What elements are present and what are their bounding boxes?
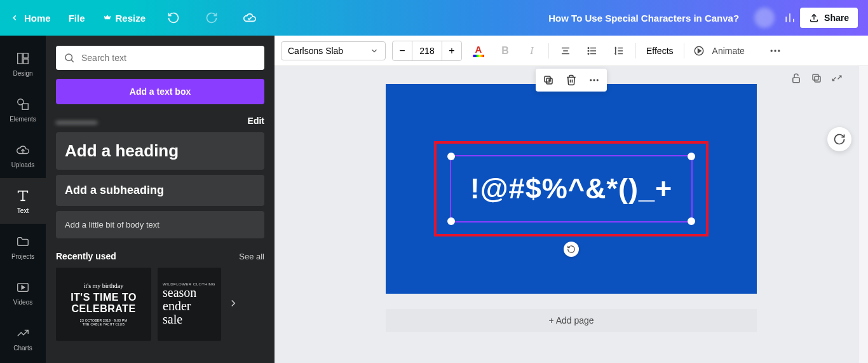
- selection-box[interactable]: !@#$%^&*()_+: [450, 155, 693, 223]
- canvas-area[interactable]: !@#$%^&*()_+ + Add page: [275, 66, 868, 363]
- user-avatar[interactable]: [754, 8, 775, 28]
- rotate-handle[interactable]: [564, 242, 579, 257]
- svg-point-44: [593, 79, 595, 81]
- lock-button[interactable]: [790, 72, 802, 86]
- resize-handle-tr[interactable]: [688, 153, 695, 160]
- expand-icon: [831, 72, 843, 84]
- size-increase-button[interactable]: +: [442, 41, 461, 60]
- delete-element-button[interactable]: [564, 72, 579, 88]
- thumb-text: sale: [163, 313, 182, 326]
- spacing-button[interactable]: [609, 41, 629, 61]
- home-button[interactable]: Home: [10, 13, 51, 24]
- element-menu: [536, 69, 607, 92]
- text-icon: [15, 188, 31, 203]
- nav-item-projects[interactable]: Projects: [0, 224, 46, 270]
- resize-handle-tl[interactable]: [447, 153, 455, 160]
- element-more-button[interactable]: [587, 72, 602, 88]
- more-icon: [769, 45, 782, 57]
- scrollbar[interactable]: [859, 66, 868, 363]
- svg-point-33: [778, 50, 780, 51]
- document-title[interactable]: How To Use Special Characters in Canva?: [548, 13, 739, 24]
- add-subheading-option[interactable]: Add a subheading: [56, 175, 264, 206]
- svg-rect-34: [793, 78, 800, 83]
- text-color-button[interactable]: A: [468, 41, 489, 61]
- size-input[interactable]: [412, 41, 442, 60]
- nav-item-charts[interactable]: Charts: [0, 315, 46, 361]
- svg-line-38: [838, 76, 841, 79]
- nav-label: Charts: [13, 345, 32, 352]
- font-name: Carlsons Slab: [288, 46, 343, 56]
- home-label: Home: [24, 13, 51, 24]
- template-thumb-2[interactable]: WILDFLOWER CLOTHING season ender sale: [158, 268, 221, 341]
- add-page-button[interactable]: + Add page: [386, 309, 757, 332]
- animate-button[interactable]: Animate: [691, 41, 751, 61]
- rotate-icon: [567, 245, 576, 254]
- svg-point-22: [588, 47, 589, 48]
- share-button[interactable]: Share: [800, 8, 858, 28]
- svg-line-37: [832, 78, 836, 81]
- resize-handle-br[interactable]: [688, 217, 695, 225]
- effects-button[interactable]: Effects: [642, 46, 677, 56]
- nav-item-uploads[interactable]: Uploads: [0, 132, 46, 178]
- nav-item-design[interactable]: Design: [0, 41, 46, 86]
- cloud-check-icon: [243, 11, 257, 25]
- resize-button[interactable]: Resize: [103, 13, 146, 24]
- main-area: Design Elements Uploads Text Projects Vi…: [0, 36, 868, 363]
- svg-line-15: [71, 60, 73, 62]
- trash-icon: [566, 74, 577, 86]
- nav-item-text[interactable]: Text: [0, 178, 46, 224]
- search-icon: [64, 52, 75, 64]
- thumb-next-button[interactable]: [227, 298, 239, 312]
- font-select[interactable]: Carlsons Slab: [281, 41, 386, 60]
- file-button[interactable]: File: [69, 13, 85, 24]
- add-body-option[interactable]: Add a little bit of body text: [56, 211, 264, 238]
- svg-rect-4: [18, 53, 22, 64]
- line-chart-icon: [15, 325, 31, 341]
- svg-rect-36: [813, 74, 818, 80]
- search-input[interactable]: [81, 53, 257, 63]
- redo-button[interactable]: [201, 8, 222, 28]
- duplicate-page-button[interactable]: [811, 72, 822, 86]
- canvas-page[interactable]: !@#$%^&*()_+: [386, 84, 757, 294]
- recently-used-label: Recently used: [56, 251, 116, 261]
- canvas-text-element[interactable]: !@#$%^&*()_+: [470, 172, 673, 205]
- spacing-icon: [613, 45, 625, 57]
- template-thumb-1[interactable]: it's my birthday IT'S TIME TO CELEBRATE …: [56, 268, 151, 341]
- selection-highlight: !@#$%^&*()_+: [434, 141, 709, 236]
- align-button[interactable]: [555, 41, 576, 61]
- expand-button[interactable]: [831, 72, 843, 86]
- nav-label: Videos: [13, 299, 32, 306]
- list-icon: [587, 45, 598, 57]
- refresh-icon: [833, 133, 846, 146]
- size-decrease-button[interactable]: −: [393, 41, 412, 60]
- list-button[interactable]: [582, 41, 602, 61]
- thumb-text: IT'S TIME TO: [71, 292, 137, 303]
- svg-marker-30: [698, 49, 701, 53]
- font-size-stepper: − +: [392, 41, 462, 61]
- nav-item-elements[interactable]: Elements: [0, 86, 46, 132]
- svg-point-23: [588, 50, 589, 51]
- insights-button[interactable]: [780, 8, 800, 28]
- thumb-text: THE CABLE YACHT CLUB: [83, 322, 125, 326]
- bold-button[interactable]: B: [495, 41, 515, 61]
- share-label: Share: [824, 13, 849, 23]
- italic-button[interactable]: I: [522, 41, 542, 61]
- search-box[interactable]: [56, 46, 264, 70]
- add-text-box-button[interactable]: Add a text box: [56, 79, 264, 104]
- regenerate-button[interactable]: [827, 127, 851, 151]
- resize-handle-bl[interactable]: [447, 217, 455, 225]
- edit-button[interactable]: Edit: [248, 116, 264, 126]
- thumb-text: ender: [163, 299, 191, 313]
- svg-point-32: [774, 50, 776, 51]
- undo-button[interactable]: [163, 8, 184, 28]
- nav-item-videos[interactable]: Videos: [0, 270, 46, 315]
- cloud-status-button[interactable]: [240, 8, 260, 28]
- add-heading-option[interactable]: Add a heading: [56, 132, 264, 170]
- svg-rect-35: [815, 76, 820, 82]
- top-bar: Home File Resize How To Use Special Char…: [0, 0, 868, 36]
- undo-icon: [167, 11, 180, 24]
- more-button[interactable]: [765, 41, 785, 61]
- align-center-icon: [560, 45, 571, 57]
- duplicate-element-button[interactable]: [541, 72, 556, 88]
- see-all-button[interactable]: See all: [239, 252, 264, 261]
